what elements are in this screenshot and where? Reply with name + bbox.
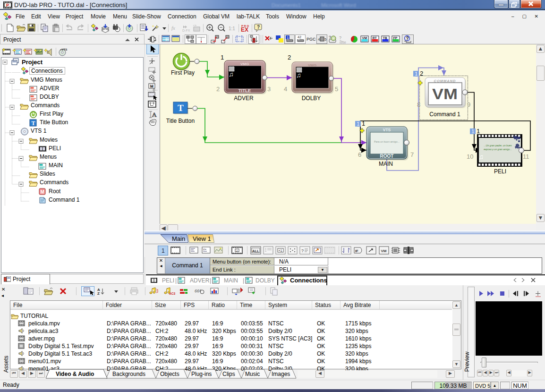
svg-text:TB: TB <box>383 36 387 40</box>
svg-text:Title Button: Title Button <box>40 119 68 126</box>
svg-text:MAIN: MAIN <box>224 277 238 284</box>
svg-text:00:00:30: 00:00:30 <box>241 350 263 357</box>
svg-text:IF: IF <box>355 249 358 253</box>
svg-text:Connections: Connections <box>31 68 63 74</box>
svg-text:320 Kbps: 320 Kbps <box>212 350 236 357</box>
svg-text:720x480: 720x480 <box>155 335 177 342</box>
svg-text:2: 2 <box>288 54 291 61</box>
svg-text:OK: OK <box>317 350 325 357</box>
svg-text:?: ? <box>257 25 260 30</box>
svg-text:48.0 kHz: 48.0 kHz <box>185 350 207 357</box>
svg-text:1: 1 <box>477 128 480 135</box>
svg-text:VM: VM <box>362 36 367 40</box>
svg-text:3: 3 <box>267 85 271 93</box>
svg-text:2: 2 <box>216 85 220 93</box>
svg-text:P: P <box>6 3 9 8</box>
svg-text:T: T <box>32 120 35 127</box>
svg-text:Para un buen amigo...: Para un buen amigo... <box>374 140 400 143</box>
svg-text:1: 1 <box>221 54 224 61</box>
svg-text:ROOT: ROOT <box>380 153 394 159</box>
svg-text:VTS 1: VTS 1 <box>31 128 47 134</box>
svg-text:29.97: 29.97 <box>185 320 199 327</box>
svg-text:Command 1: Command 1 <box>49 196 80 203</box>
svg-text:♫: ♫ <box>478 153 484 161</box>
svg-text:9: 9 <box>467 101 470 108</box>
svg-text:16:9: 16:9 <box>212 343 223 349</box>
svg-text:1: 1 <box>362 120 365 127</box>
svg-text:|: | <box>175 277 177 284</box>
svg-text:Objects: Objects <box>160 371 179 377</box>
svg-text:SYS NTSC [AC3]: SYS NTSC [AC3] <box>268 335 312 342</box>
svg-text:Title Button: Title Button <box>166 118 195 124</box>
svg-text:00:00:10: 00:00:10 <box>241 335 263 342</box>
svg-text:First Play: First Play <box>40 111 63 117</box>
svg-text:?: ? <box>339 35 341 40</box>
svg-text:Plug-ins: Plug-ins <box>191 371 212 377</box>
svg-text:D:\PARA GRAB...: D:\PARA GRAB... <box>107 335 151 342</box>
svg-text:Dolby 2/0: Dolby 2/0 <box>268 350 292 357</box>
svg-text:1: 1 <box>287 35 289 40</box>
svg-text:29.97: 29.97 <box>185 358 199 365</box>
svg-text:4: 4 <box>318 37 320 42</box>
svg-text:OK: OK <box>317 358 325 365</box>
svg-text:ADVER: ADVER <box>234 95 254 102</box>
svg-text:VTS: VTS <box>383 128 391 132</box>
svg-text:720x480: 720x480 <box>155 358 177 365</box>
svg-text:fx: fx <box>171 25 175 31</box>
svg-text:Commands: Commands <box>31 102 60 109</box>
svg-text:6: 6 <box>358 151 361 158</box>
svg-text:29.97: 29.97 <box>185 343 199 349</box>
svg-text:66: 66 <box>195 289 199 293</box>
svg-text:1610 kbps: 1610 kbps <box>345 335 371 342</box>
svg-text:VMG Menus: VMG Menus <box>31 77 62 83</box>
svg-text:+1: +1 <box>279 249 282 252</box>
svg-text:Commands: Commands <box>40 179 68 186</box>
svg-text:8: 8 <box>417 101 420 108</box>
svg-text:|: | <box>243 277 244 284</box>
svg-text:A: A <box>152 111 157 118</box>
svg-text:Dolby 2/0: Dolby 2/0 <box>268 328 292 334</box>
svg-text:DOLBY: DOLBY <box>40 94 59 100</box>
svg-text:AC3: AC3 <box>169 292 175 295</box>
svg-text:MAIN: MAIN <box>379 161 393 167</box>
svg-text:Music: Music <box>245 371 260 377</box>
svg-text:Z: Z <box>97 291 100 296</box>
svg-text:Root: Root <box>49 188 61 195</box>
svg-text:TITLE: TITLE <box>238 88 251 93</box>
svg-text:PELI: PELI <box>494 168 506 175</box>
svg-text:CH:2: CH:2 <box>155 350 169 357</box>
svg-text:VMG: VMG <box>240 62 249 66</box>
svg-text:DOLBY: DOLBY <box>255 277 275 284</box>
svg-text:View 1: View 1 <box>193 235 211 242</box>
svg-text:Project: Project <box>22 59 43 66</box>
svg-text:D:\PARA GRAB...: D:\PARA GRAB... <box>107 343 151 349</box>
svg-text:48.0 kHz: 48.0 kHz <box>185 328 207 334</box>
svg-text:1994 kbps: 1994 kbps <box>345 358 371 365</box>
svg-text:esposo y un gran amigo...: esposo y un gran amigo... <box>484 148 512 151</box>
svg-text:menu01.mpv: menu01.mpv <box>28 358 61 365</box>
svg-text:ADVER: ADVER <box>40 85 60 92</box>
svg-text:FP: FP <box>393 36 398 40</box>
svg-text:|: | <box>210 277 211 284</box>
svg-text:PELI: PELI <box>162 277 174 284</box>
svg-text:D-FX: D-FX <box>182 29 190 32</box>
svg-text:16:9: 16:9 <box>212 358 223 365</box>
svg-text:?: ? <box>301 248 304 253</box>
svg-text:♫: ♫ <box>229 70 234 78</box>
svg-text:TUTORIAL: TUTORIAL <box>20 313 48 319</box>
svg-text:?: ? <box>406 36 409 41</box>
svg-text:...Un gran padre, un buen: ...Un gran padre, un buen <box>484 144 511 147</box>
svg-text:♫: ♫ <box>296 71 301 79</box>
svg-text:OK: OK <box>317 335 325 342</box>
svg-text:Slides: Slides <box>40 170 55 177</box>
svg-text:Dolby Digital 5.1 Test.ac3: Dolby Digital 5.1 Test.ac3 <box>28 350 93 357</box>
svg-text:Video & Audio: Video & Audio <box>56 371 94 377</box>
svg-text:5: 5 <box>324 37 327 42</box>
svg-text:M: M <box>41 189 44 195</box>
svg-text:Dolby Digital 5.1 Test.mpv: Dolby Digital 5.1 Test.mpv <box>28 343 94 349</box>
svg-text:adver.mpg: adver.mpg <box>28 335 55 342</box>
svg-text:2: 2 <box>420 70 423 77</box>
svg-text:Connections: Connections <box>290 277 327 284</box>
svg-text:00:03:55: 00:03:55 <box>241 328 263 334</box>
svg-text:NTSC: NTSC <box>268 343 284 349</box>
